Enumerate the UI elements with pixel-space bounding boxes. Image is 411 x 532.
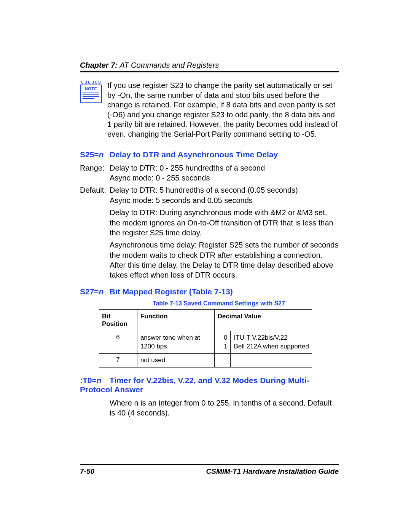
note-icon-label: NOTE xyxy=(83,86,99,91)
s25-n: n xyxy=(99,150,104,159)
s27-n: n xyxy=(99,287,104,296)
t0-cmd: :T0= xyxy=(80,376,97,385)
s27-table: Bit Position Function Decimal Value 6 an… xyxy=(99,309,312,367)
range-line1: Delay to DTR: 0 - 255 hundredths of a se… xyxy=(110,163,339,173)
s25-para1-row: Delay to DTR: During asynchronous mode w… xyxy=(80,208,339,238)
s25-heading: S25=n Delay to DTR and Asynchronous Time… xyxy=(80,150,339,159)
table-header-row: Bit Position Function Decimal Value xyxy=(99,309,312,331)
running-header: Chapter 7: AT Commands and Registers xyxy=(80,61,339,70)
range-label: Range: xyxy=(80,163,110,183)
t0-para-row: Where n is an integer from 0 to 255, in … xyxy=(80,398,339,418)
page-footer: 7-50 CSMIM-T1 Hardware Installation Guid… xyxy=(80,464,339,476)
th-bit-position: Bit Position xyxy=(99,309,137,331)
cell-desc xyxy=(231,353,312,367)
cell-codes xyxy=(214,353,231,367)
t0-heading: :T0=n Timer for V.22bis, V.22, and V.32 … xyxy=(80,376,339,394)
s25-cmd: S25= xyxy=(80,150,99,159)
cell-pos: 6 xyxy=(99,331,137,353)
t0-title: Timer for V.22bis, V.22, and V.32 Modes … xyxy=(80,376,309,394)
footer-rule xyxy=(80,464,339,465)
range-line2: Async mode: 0 - 255 seconds xyxy=(110,173,339,183)
header-rule xyxy=(80,71,339,72)
table-row: 7 not used xyxy=(99,353,312,367)
t0-para: Where n is an integer from 0 to 255, in … xyxy=(110,398,339,418)
page-number: 7-50 xyxy=(80,467,94,476)
s25-para1: Delay to DTR: During asynchronous mode w… xyxy=(110,208,339,238)
note-icon: NOTE xyxy=(80,81,102,103)
note-text: If you use register S23 to change the pa… xyxy=(107,81,339,139)
s25-para2-row: Asynchronous time delay: Register S25 se… xyxy=(80,240,339,280)
table-caption: Table 7-13 Saved Command Settings with S… xyxy=(99,300,339,307)
table-row: 6 answer tone when at 1200 bps 0 1 ITU-T… xyxy=(99,331,312,353)
t0-n: n xyxy=(97,376,102,385)
page: Chapter 7: AT Commands and Registers NOT… xyxy=(0,0,411,532)
s27-heading: S27=n Bit Mapped Register (Table 7-13) xyxy=(80,287,339,296)
cell-codes: 0 1 xyxy=(214,331,231,353)
cell-fn: answer tone when at 1200 bps xyxy=(137,331,214,353)
chapter-label: Chapter 7: xyxy=(80,61,119,69)
s25-default: Default: Delay to DTR: 5 hundredths of a… xyxy=(80,185,339,205)
th-decimal-value: Decimal Value xyxy=(214,309,312,331)
th-function: Function xyxy=(137,309,214,331)
s25-title: Delay to DTR and Asynchronous Time Delay xyxy=(110,150,278,159)
s27-title: Bit Mapped Register (Table 7-13) xyxy=(110,287,233,296)
chapter-title: AT Commands and Registers xyxy=(119,61,219,69)
cell-pos: 7 xyxy=(99,353,137,367)
s27-cmd: S27= xyxy=(80,287,99,296)
note-block: NOTE If you use register S23 to change t… xyxy=(80,81,339,139)
doc-title: CSMIM-T1 Hardware Installation Guide xyxy=(206,467,339,476)
s25-range: Range: Delay to DTR: 0 - 255 hundredths … xyxy=(80,163,339,183)
default-label: Default: xyxy=(80,185,110,205)
s25-para2: Asynchronous time delay: Register S25 se… xyxy=(110,240,339,280)
cell-fn: not used xyxy=(137,353,214,367)
cell-desc: ITU-T V.22bis/V.22 Bell 212A when suppor… xyxy=(231,331,312,353)
default-line1: Delay to DTR: 5 hundredths of a second (… xyxy=(110,185,339,195)
default-line2: Async mode: 5 seconds and 0.05 seconds xyxy=(110,195,339,205)
